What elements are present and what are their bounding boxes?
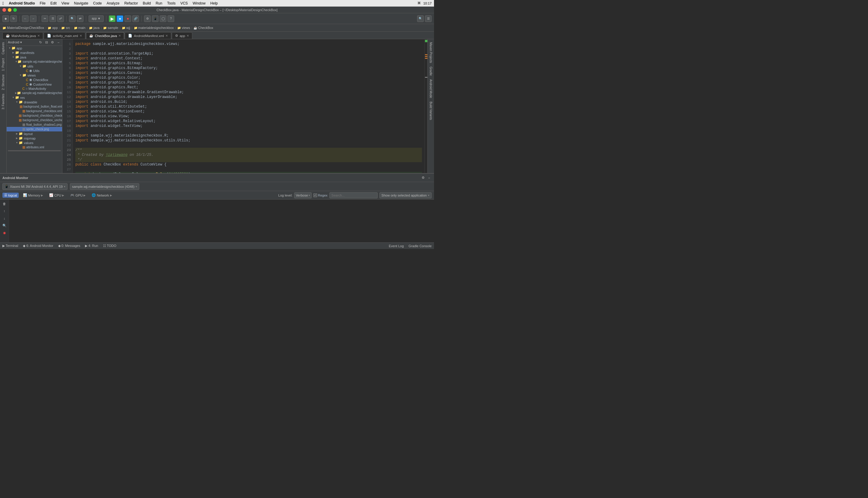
log-output[interactable] [9, 199, 434, 243]
toolbar-replace-btn[interactable]: ⇄ [77, 15, 83, 22]
tree-sprite-check[interactable]: ▩ sprite_check.png [6, 127, 62, 131]
tree-utils-folder[interactable]: ▼ 📁 utils [6, 64, 62, 68]
status-android-monitor[interactable]: ◆ 6: Android Monitor [23, 244, 53, 248]
sync-btn[interactable]: ↻ [38, 40, 43, 45]
toolbar-find-btn[interactable]: 🔍 [69, 15, 76, 22]
tree-mainactivity-class[interactable]: C ○ MainActivity [6, 87, 62, 91]
collapse-btn[interactable]: ⊟ [44, 40, 49, 45]
tree-bg-checkbox-check[interactable]: ▩ background_checkbox_check.xml [6, 113, 62, 118]
status-event-log[interactable]: Event Log [389, 244, 404, 248]
tree-bg-checkbox-uncheck[interactable]: ▩ background_checkbox_uncheck.xml [6, 118, 62, 122]
panel-settings-btn[interactable]: ⚙ [421, 175, 426, 180]
right-tab-build-variants[interactable]: Build Variants [428, 100, 433, 122]
bc-views[interactable]: 📁 views [177, 26, 190, 29]
toolbar-redo-btn[interactable]: → [30, 15, 37, 22]
log-tab-logcat[interactable]: ☰ logcat [2, 193, 19, 198]
toolbar-attach-btn[interactable]: 🔗 [132, 15, 139, 22]
bc-src[interactable]: 📁 src [61, 26, 70, 29]
tree-java[interactable]: ▼ 📁 java [6, 55, 62, 60]
code-content[interactable]: package sample.wjj.materialdesigncheckbo… [73, 39, 424, 173]
right-tab-android-mode[interactable]: Android Mode [428, 78, 433, 100]
tab-close-mainactivity[interactable]: ✕ [37, 34, 40, 37]
tree-values[interactable]: ▼ 📁 values [6, 141, 62, 145]
menu-vcs[interactable]: VCS [180, 1, 188, 5]
toolbar-avd-btn[interactable]: ◯ [160, 15, 166, 22]
log-tab-network[interactable]: 🌐 Network ▶ [90, 193, 113, 198]
toolbar-help-btn[interactable]: ? [168, 15, 174, 22]
log-tab-cpu[interactable]: 📈 CPU ▶ [47, 193, 66, 198]
status-gradle-console[interactable]: Gradle Console [409, 244, 431, 248]
tree-pkg-android[interactable]: ▶ 📁 sample.wjj.materialdesigncheckbox (a… [6, 91, 62, 95]
left-tab-captures[interactable]: Captures [1, 40, 6, 56]
tab-mainactivity[interactable]: ☕ MainActivity.java ✕ [2, 32, 43, 39]
tree-checkbox-class[interactable]: C ◉ CheckBox [6, 78, 62, 82]
menu-edit[interactable]: Edit [50, 1, 57, 5]
hide-btn[interactable]: − [56, 40, 61, 45]
bc-sample[interactable]: 📁 sample [103, 26, 118, 29]
clear-log-btn[interactable]: 🗑 [1, 201, 8, 207]
menu-file[interactable]: File [40, 1, 45, 5]
tree-bg-btn-float[interactable]: ▩ background_button_float.xml [6, 104, 62, 109]
tree-attributes[interactable]: ▩ attributes.xml [6, 145, 62, 149]
filter-btn[interactable]: 🔍 [1, 222, 8, 228]
log-tab-gpu[interactable]: 🎮 GPU ▶ [68, 193, 88, 198]
sidebar-scrollbar[interactable] [8, 150, 61, 151]
app-dropdown[interactable]: app ▼ [89, 15, 104, 22]
status-messages[interactable]: ◆ 0: Messages [58, 244, 80, 248]
tree-float-shadow[interactable]: ▩ float_button_shadow1.png [6, 122, 62, 127]
scroll-bottom-btn[interactable]: ↓ [1, 215, 8, 221]
show-only-selected-btn[interactable]: Show only selected application ▾ [379, 192, 431, 198]
close-button[interactable] [2, 8, 6, 12]
maximize-button[interactable] [13, 8, 17, 12]
left-tab-project[interactable]: 1: Project [1, 56, 6, 73]
panel-minimize-btn[interactable]: − [427, 175, 431, 180]
device-selector[interactable]: 📱 Xiaomi MI 3W Android 4.4.4, API 19 ▾ [2, 183, 67, 190]
menu-navigate[interactable]: Navigate [74, 1, 88, 5]
status-todo[interactable]: ☷ TODO [103, 244, 116, 248]
toolbar-sync-btn[interactable]: ↻ [10, 15, 17, 22]
bc-materialdesigncheckbox[interactable]: 📁 MaterialDesignCheckBox [2, 26, 44, 29]
tree-drawable[interactable]: ▼ 📁 drawable [6, 100, 62, 104]
toolbar-undo-btn[interactable]: ← [22, 15, 29, 22]
tree-app[interactable]: ▼ 📁 app [6, 46, 62, 50]
tree-manifests[interactable]: ▶ 📁 manifests [6, 50, 62, 55]
toolbar-paste-btn[interactable]: ☍ [57, 15, 64, 22]
menu-window[interactable]: Window [192, 1, 205, 5]
apple-menu[interactable]:  [2, 1, 4, 6]
toolbar-search-btn[interactable]: 🔍 [417, 15, 424, 22]
tree-bg-checkbox[interactable]: ▩ background_checkbox.xml [6, 109, 62, 113]
toolbar-cut-btn[interactable]: ✂ [42, 15, 48, 22]
regex-checkbox[interactable]: ✓ [313, 194, 317, 197]
tab-activity-main[interactable]: 📄 activity_main.xml ✕ [44, 32, 85, 39]
bc-wjj[interactable]: 📁 wjj [122, 26, 130, 29]
menu-help[interactable]: Help [210, 1, 218, 5]
toolbar-stop-btn[interactable]: ■ [124, 15, 131, 22]
android-dropdown[interactable]: Android ▾ [8, 40, 22, 44]
tab-close-checkbox[interactable]: ✕ [118, 34, 121, 37]
bc-materialdesigncheckbox2[interactable]: 📁 materialdesigncheckbox [134, 26, 174, 29]
tree-utils-class[interactable]: C ◉ Utils [6, 68, 62, 73]
toolbar-settings-btn[interactable]: ⚙ [144, 15, 151, 22]
menu-refactor[interactable]: Refactor [124, 1, 138, 5]
toolbar-copy-btn[interactable]: ☴ [50, 15, 56, 22]
tab-checkbox[interactable]: ☕ CheckBox.java ✕ [86, 32, 124, 39]
left-tab-favorites[interactable]: 3: Favorites [1, 92, 6, 111]
run-button[interactable]: ▶ [109, 15, 116, 22]
menu-tools[interactable]: Tools [167, 1, 175, 5]
toolbar-project-btn[interactable]: ◆ [2, 15, 9, 22]
tree-res[interactable]: ▼ 📁 res [6, 95, 62, 100]
toolbar-menu-btn[interactable]: ☰ [425, 15, 431, 22]
status-run[interactable]: ▶ 4: Run [85, 244, 98, 248]
menu-view[interactable]: View [62, 1, 69, 5]
tab-close-manifest[interactable]: ✕ [165, 34, 168, 37]
bc-java[interactable]: 📁 java [89, 26, 99, 29]
bc-app[interactable]: 📁 app [48, 26, 57, 29]
tree-views-folder[interactable]: ▼ 📁 views [6, 73, 62, 78]
tab-androidmanifest[interactable]: 📄 AndroidManifest.xml ✕ [125, 32, 171, 39]
app-selector[interactable]: sample.wjj.materialdesigncheckbox (4348)… [70, 183, 139, 190]
tab-app[interactable]: ⚙ app ✕ [172, 32, 192, 39]
log-error-btn[interactable]: ◉ [1, 230, 8, 236]
tree-layout[interactable]: ▶ 📁 layout [6, 131, 62, 136]
minimize-button[interactable] [8, 8, 12, 12]
tab-close-app[interactable]: ✕ [187, 34, 189, 37]
